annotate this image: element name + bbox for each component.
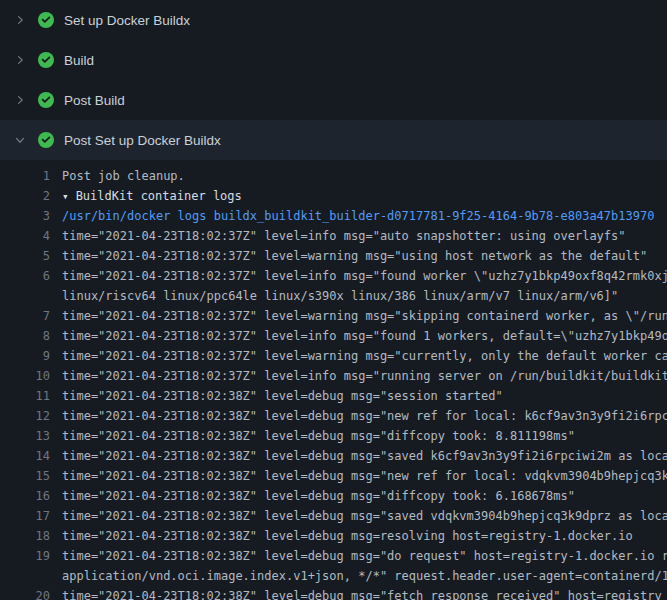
log-line: 12 time="2021-04-23T18:02:38Z" level=deb… [0,406,667,426]
log-line: linux/riscv64 linux/ppc64le linux/s390x … [0,286,667,306]
log-line: 19 time="2021-04-23T18:02:38Z" level=deb… [0,546,667,566]
step-section[interactable]: Build [0,40,667,80]
line-text: time="2021-04-23T18:02:37Z" level=info m… [50,326,667,346]
check-circle-icon [38,92,54,108]
chevron-right-icon [12,92,28,108]
log-line: application/vnd.oci.image.index.v1+json,… [0,566,667,586]
log-line: 17 time="2021-04-23T18:02:38Z" level=deb… [0,506,667,526]
log-line: 1 Post job cleanup. [0,166,667,186]
line-text: time="2021-04-23T18:02:37Z" level=warnin… [50,246,647,266]
line-text: time="2021-04-23T18:02:37Z" level=info m… [50,266,667,286]
line-text: time="2021-04-23T18:02:37Z" level=info m… [50,226,626,246]
line-text: time="2021-04-23T18:02:38Z" level=debug … [50,406,667,426]
step-title: Build [64,53,94,68]
step-title: Post Set up Docker Buildx [64,133,221,148]
line-number[interactable]: 4 [0,226,50,246]
log-line: 18 time="2021-04-23T18:02:38Z" level=deb… [0,526,667,546]
line-number[interactable]: 19 [0,546,50,566]
line-number[interactable]: 16 [0,486,50,506]
line-number[interactable]: 8 [0,326,50,346]
log-line: 4 time="2021-04-23T18:02:37Z" level=info… [0,226,667,246]
line-text: time="2021-04-23T18:02:38Z" level=debug … [50,466,667,486]
line-number[interactable]: 15 [0,466,50,486]
line-number[interactable]: 14 [0,446,50,466]
log-line: 11 time="2021-04-23T18:02:38Z" level=deb… [0,386,667,406]
log-line: 16 time="2021-04-23T18:02:38Z" level=deb… [0,486,667,506]
line-text: application/vnd.oci.image.index.v1+json,… [50,566,667,586]
line-number[interactable]: 2 [0,186,50,206]
check-circle-icon [38,52,54,68]
step-title: Post Build [64,93,125,108]
line-number[interactable] [0,286,50,306]
log-line: 13 time="2021-04-23T18:02:38Z" level=deb… [0,426,667,446]
line-text: time="2021-04-23T18:02:38Z" level=debug … [50,386,503,406]
line-text: /usr/bin/docker logs buildx_buildkit_bui… [50,206,654,226]
line-text: time="2021-04-23T18:02:38Z" level=debug … [50,546,667,566]
step-title: Set up Docker Buildx [64,13,190,28]
log-line: 15 time="2021-04-23T18:02:38Z" level=deb… [0,466,667,486]
line-number[interactable]: 1 [0,166,50,186]
line-text: time="2021-04-23T18:02:37Z" level=info m… [50,366,667,386]
line-number[interactable]: 12 [0,406,50,426]
chevron-right-icon [12,52,28,68]
line-text: time="2021-04-23T18:02:37Z" level=warnin… [50,346,667,366]
line-number[interactable]: 6 [0,266,50,286]
log-line: 10 time="2021-04-23T18:02:37Z" level=inf… [0,366,667,386]
line-number[interactable]: 11 [0,386,50,406]
steps-list: Set up Docker Buildx Build P [0,0,667,160]
step-section[interactable]: Post Build [0,80,667,120]
line-number[interactable]: 18 [0,526,50,546]
line-number[interactable]: 5 [0,246,50,266]
line-text: time="2021-04-23T18:02:38Z" level=debug … [50,526,633,546]
log-line: 8 time="2021-04-23T18:02:37Z" level=info… [0,326,667,346]
log-line: 7 time="2021-04-23T18:02:37Z" level=warn… [0,306,667,326]
log-line: 14 time="2021-04-23T18:02:38Z" level=deb… [0,446,667,466]
line-text: linux/riscv64 linux/ppc64le linux/s390x … [50,286,618,306]
triangle-down-icon: ▾ [62,187,69,206]
line-text: Post job cleanup. [50,166,185,186]
log-area: 1 Post job cleanup. 2 ▾BuildKit containe… [0,160,667,600]
log-line: 6 time="2021-04-23T18:02:37Z" level=info… [0,266,667,286]
line-text: time="2021-04-23T18:02:38Z" level=debug … [50,486,575,506]
line-text: time="2021-04-23T18:02:38Z" level=debug … [50,506,667,526]
step-section[interactable]: Post Set up Docker Buildx [0,120,667,160]
log-line: 3 /usr/bin/docker logs buildx_buildkit_b… [0,206,667,226]
line-number[interactable]: 13 [0,426,50,446]
actions-log-viewer: Set up Docker Buildx Build P [0,0,667,600]
line-number[interactable]: 9 [0,346,50,366]
line-number[interactable]: 3 [0,206,50,226]
log-line: 9 time="2021-04-23T18:02:37Z" level=warn… [0,346,667,366]
line-number[interactable]: 10 [0,366,50,386]
check-circle-icon [38,12,54,28]
line-text: time="2021-04-23T18:02:38Z" level=debug … [50,586,662,600]
log-line: 5 time="2021-04-23T18:02:37Z" level=warn… [0,246,667,266]
line-text: ▾BuildKit container logs [50,186,242,206]
log-line[interactable]: 2 ▾BuildKit container logs [0,186,667,206]
line-number[interactable]: 7 [0,306,50,326]
line-number[interactable]: 20 [0,586,50,600]
line-text: time="2021-04-23T18:02:37Z" level=warnin… [50,306,667,326]
check-circle-icon [38,132,54,148]
line-text: time="2021-04-23T18:02:38Z" level=debug … [50,446,667,466]
line-number[interactable]: 17 [0,506,50,526]
log-line: 20 time="2021-04-23T18:02:38Z" level=deb… [0,586,667,600]
chevron-down-icon [12,132,28,148]
line-number[interactable] [0,566,50,586]
step-section[interactable]: Set up Docker Buildx [0,0,667,40]
chevron-right-icon [12,12,28,28]
line-text: time="2021-04-23T18:02:38Z" level=debug … [50,426,575,446]
